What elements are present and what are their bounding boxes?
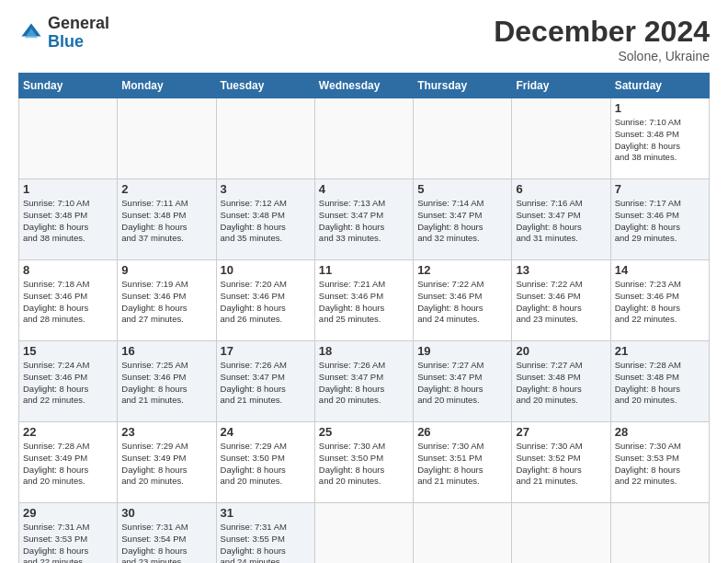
day-number: 31: [221, 506, 311, 520]
table-row: [118, 98, 216, 179]
day-info: Sunrise: 7:25 AMSunset: 3:46 PMDaylight:…: [121, 360, 188, 405]
table-row: [216, 98, 314, 179]
table-row: 12 Sunrise: 7:22 AMSunset: 3:46 PMDaylig…: [414, 260, 512, 341]
day-number: 19: [417, 344, 507, 358]
day-info: Sunrise: 7:26 AMSunset: 3:47 PMDaylight:…: [221, 360, 287, 405]
table-row: 17 Sunrise: 7:26 AMSunset: 3:47 PMDaylig…: [216, 341, 314, 422]
table-row: 11 Sunrise: 7:21 AMSunset: 3:46 PMDaylig…: [314, 260, 413, 341]
day-number: 30: [121, 506, 211, 520]
day-number: 23: [121, 425, 211, 439]
table-row: 30 Sunrise: 7:31 AMSunset: 3:54 PMDaylig…: [118, 503, 216, 564]
day-number: 27: [516, 425, 606, 439]
day-number: 10: [221, 263, 311, 277]
day-number: 8: [23, 263, 113, 277]
day-info: Sunrise: 7:31 AMSunset: 3:55 PMDaylight:…: [221, 522, 287, 563]
day-info: Sunrise: 7:29 AMSunset: 3:50 PMDaylight:…: [221, 441, 287, 486]
day-info: Sunrise: 7:12 AMSunset: 3:48 PMDaylight:…: [221, 198, 287, 243]
day-number: 25: [319, 425, 409, 439]
day-info: Sunrise: 7:31 AMSunset: 3:54 PMDaylight:…: [121, 522, 188, 563]
month-title: December 2024: [494, 15, 710, 49]
table-row: 9 Sunrise: 7:19 AMSunset: 3:46 PMDayligh…: [118, 260, 216, 341]
day-number: 13: [516, 263, 606, 277]
table-row: 8 Sunrise: 7:18 AMSunset: 3:46 PMDayligh…: [19, 260, 118, 341]
logo-blue: Blue: [48, 32, 84, 51]
title-section: December 2024 Solone, Ukraine: [494, 15, 710, 63]
calendar-table: Sunday Monday Tuesday Wednesday Thursday…: [18, 73, 710, 563]
col-friday: Friday: [512, 74, 610, 98]
col-thursday: Thursday: [414, 74, 512, 98]
day-number: 12: [417, 263, 507, 277]
day-number: 1: [615, 101, 705, 115]
day-number: 16: [121, 344, 211, 358]
table-row: 20 Sunrise: 7:27 AMSunset: 3:48 PMDaylig…: [512, 341, 610, 422]
col-monday: Monday: [118, 74, 216, 98]
location-subtitle: Solone, Ukraine: [494, 49, 710, 63]
logo-text: General Blue: [48, 15, 109, 52]
table-row: 14 Sunrise: 7:23 AMSunset: 3:46 PMDaylig…: [610, 260, 709, 341]
day-number: 7: [615, 182, 705, 196]
col-wednesday: Wednesday: [314, 74, 413, 98]
page: General Blue December 2024 Solone, Ukrai…: [0, 0, 728, 563]
calendar-header-row: Sunday Monday Tuesday Wednesday Thursday…: [19, 74, 710, 98]
day-number: 20: [516, 344, 606, 358]
logo-icon: [18, 20, 44, 46]
day-info: Sunrise: 7:18 AMSunset: 3:46 PMDaylight:…: [23, 279, 89, 324]
table-row: 26 Sunrise: 7:30 AMSunset: 3:51 PMDaylig…: [414, 422, 512, 503]
day-number: 24: [221, 425, 311, 439]
day-info: Sunrise: 7:11 AMSunset: 3:48 PMDaylight:…: [121, 198, 188, 243]
day-info: Sunrise: 7:30 AMSunset: 3:52 PMDaylight:…: [516, 441, 582, 486]
day-info: Sunrise: 7:28 AMSunset: 3:48 PMDaylight:…: [615, 360, 681, 405]
day-info: Sunrise: 7:30 AMSunset: 3:51 PMDaylight:…: [417, 441, 483, 486]
table-row: 2 Sunrise: 7:11 AMSunset: 3:48 PMDayligh…: [118, 179, 216, 260]
day-number: 21: [615, 344, 705, 358]
header: General Blue December 2024 Solone, Ukrai…: [18, 15, 710, 63]
day-number: 3: [221, 182, 311, 196]
day-number: 9: [121, 263, 211, 277]
logo-general: General: [48, 14, 109, 32]
table-row: 27 Sunrise: 7:30 AMSunset: 3:52 PMDaylig…: [512, 422, 610, 503]
day-info: Sunrise: 7:30 AMSunset: 3:50 PMDaylight:…: [319, 441, 385, 486]
day-info: Sunrise: 7:19 AMSunset: 3:46 PMDaylight:…: [121, 279, 188, 324]
day-info: Sunrise: 7:27 AMSunset: 3:48 PMDaylight:…: [516, 360, 582, 405]
day-info: Sunrise: 7:31 AMSunset: 3:53 PMDaylight:…: [23, 522, 89, 563]
day-info: Sunrise: 7:10 AMSunset: 3:48 PMDaylight:…: [23, 198, 89, 243]
col-saturday: Saturday: [610, 74, 709, 98]
day-number: 18: [319, 344, 409, 358]
day-info: Sunrise: 7:30 AMSunset: 3:53 PMDaylight:…: [615, 441, 681, 486]
col-tuesday: Tuesday: [216, 74, 314, 98]
table-row: [19, 98, 118, 179]
day-number: 6: [516, 182, 606, 196]
day-number: 11: [319, 263, 409, 277]
table-row: 21 Sunrise: 7:28 AMSunset: 3:48 PMDaylig…: [610, 341, 709, 422]
table-row: 6 Sunrise: 7:16 AMSunset: 3:47 PMDayligh…: [512, 179, 610, 260]
day-info: Sunrise: 7:10 AMSunset: 3:48 PMDaylight:…: [615, 117, 681, 162]
day-number: 22: [23, 425, 113, 439]
table-row: 10 Sunrise: 7:20 AMSunset: 3:46 PMDaylig…: [216, 260, 314, 341]
day-info: Sunrise: 7:17 AMSunset: 3:46 PMDaylight:…: [615, 198, 681, 243]
table-row: [512, 503, 610, 564]
day-number: 17: [221, 344, 311, 358]
table-row: 4 Sunrise: 7:13 AMSunset: 3:47 PMDayligh…: [314, 179, 413, 260]
table-row: [314, 98, 413, 179]
table-row: 22 Sunrise: 7:28 AMSunset: 3:49 PMDaylig…: [19, 422, 118, 503]
day-number: 1: [23, 182, 113, 196]
table-row: 13 Sunrise: 7:22 AMSunset: 3:46 PMDaylig…: [512, 260, 610, 341]
day-number: 29: [23, 506, 113, 520]
day-info: Sunrise: 7:28 AMSunset: 3:49 PMDaylight:…: [23, 441, 89, 486]
day-info: Sunrise: 7:24 AMSunset: 3:46 PMDaylight:…: [23, 360, 89, 405]
table-row: 24 Sunrise: 7:29 AMSunset: 3:50 PMDaylig…: [216, 422, 314, 503]
day-number: 2: [121, 182, 211, 196]
day-info: Sunrise: 7:22 AMSunset: 3:46 PMDaylight:…: [417, 279, 483, 324]
day-number: 15: [23, 344, 113, 358]
day-number: 26: [417, 425, 507, 439]
day-info: Sunrise: 7:29 AMSunset: 3:49 PMDaylight:…: [121, 441, 188, 486]
day-info: Sunrise: 7:26 AMSunset: 3:47 PMDaylight:…: [319, 360, 385, 405]
table-row: 25 Sunrise: 7:30 AMSunset: 3:50 PMDaylig…: [314, 422, 413, 503]
day-info: Sunrise: 7:23 AMSunset: 3:46 PMDaylight:…: [615, 279, 681, 324]
table-row: [414, 98, 512, 179]
logo: General Blue: [18, 15, 109, 52]
table-row: 1 Sunrise: 7:10 AMSunset: 3:48 PMDayligh…: [610, 98, 709, 179]
day-info: Sunrise: 7:16 AMSunset: 3:47 PMDaylight:…: [516, 198, 582, 243]
table-row: 16 Sunrise: 7:25 AMSunset: 3:46 PMDaylig…: [118, 341, 216, 422]
day-info: Sunrise: 7:21 AMSunset: 3:46 PMDaylight:…: [319, 279, 385, 324]
